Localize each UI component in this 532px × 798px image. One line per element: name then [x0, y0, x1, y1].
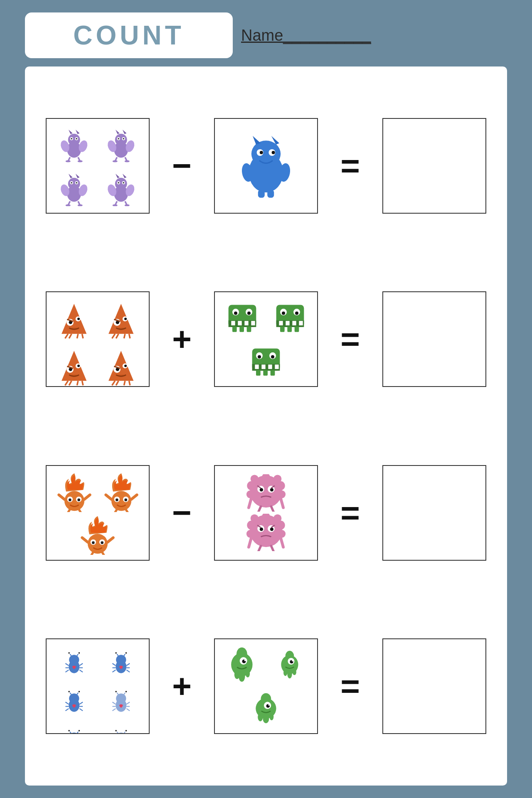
monster-cell — [98, 211, 145, 214]
equation-row-1: − — [46, 118, 486, 214]
svg-rect-174 — [271, 370, 275, 376]
svg-line-122 — [65, 381, 68, 385]
svg-line-216 — [249, 498, 251, 508]
svg-rect-173 — [263, 370, 268, 376]
svg-line-125 — [82, 381, 83, 385]
svg-point-333 — [293, 669, 296, 675]
left-box-3 — [46, 465, 150, 561]
answer-box-2[interactable] — [382, 291, 486, 387]
svg-point-40 — [66, 204, 71, 206]
svg-line-113 — [116, 334, 118, 338]
svg-point-49 — [123, 182, 125, 184]
svg-point-329 — [244, 660, 246, 661]
svg-rect-146 — [232, 327, 237, 332]
svg-line-274 — [65, 702, 69, 704]
svg-point-196 — [92, 542, 95, 544]
svg-point-47 — [118, 182, 120, 184]
svg-point-270 — [68, 691, 69, 692]
monster-cell — [51, 721, 98, 734]
svg-point-29 — [68, 177, 80, 190]
svg-marker-9 — [76, 130, 80, 134]
svg-point-1 — [68, 134, 80, 146]
svg-point-184 — [111, 491, 131, 511]
svg-line-191 — [113, 510, 117, 512]
svg-rect-153 — [292, 321, 296, 325]
svg-line-234 — [249, 537, 251, 547]
answer-box-4[interactable] — [382, 638, 486, 734]
svg-point-55 — [125, 204, 130, 206]
svg-point-207 — [251, 475, 259, 483]
monster-cell — [98, 167, 145, 210]
svg-line-105 — [82, 334, 83, 338]
monster-cell — [98, 123, 145, 167]
svg-point-54 — [113, 204, 118, 206]
svg-rect-159 — [280, 327, 285, 332]
svg-line-219 — [271, 507, 273, 512]
svg-line-112 — [112, 334, 115, 338]
svg-rect-148 — [246, 327, 251, 332]
svg-line-262 — [112, 670, 116, 672]
svg-point-230 — [260, 527, 263, 531]
monster-cell — [51, 296, 98, 343]
right-box-3 — [214, 465, 318, 561]
svg-point-110 — [124, 318, 127, 320]
svg-point-212 — [260, 488, 263, 491]
svg-point-208 — [273, 475, 281, 483]
svg-line-183 — [79, 510, 82, 512]
svg-line-181 — [84, 495, 90, 500]
svg-marker-23 — [123, 130, 127, 134]
svg-point-339 — [258, 713, 263, 721]
svg-line-135 — [129, 381, 130, 385]
svg-line-237 — [271, 546, 273, 551]
svg-marker-8 — [69, 130, 73, 134]
left-box-1 — [46, 118, 150, 214]
svg-marker-22 — [116, 130, 120, 134]
svg-point-43 — [115, 177, 127, 190]
monster-cell — [51, 167, 98, 210]
svg-line-114 — [124, 334, 125, 338]
svg-rect-166 — [268, 365, 272, 369]
svg-rect-139 — [238, 321, 241, 325]
svg-point-100 — [77, 318, 80, 320]
svg-point-332 — [287, 670, 292, 678]
svg-point-345 — [268, 704, 270, 706]
svg-line-115 — [129, 334, 130, 338]
svg-point-253 — [116, 655, 126, 665]
svg-point-19 — [118, 138, 120, 140]
svg-point-340 — [263, 714, 269, 723]
monster-cell — [98, 296, 145, 343]
svg-line-201 — [102, 552, 106, 555]
svg-line-217 — [281, 498, 283, 508]
svg-point-284 — [115, 691, 116, 692]
svg-rect-147 — [239, 327, 244, 332]
svg-point-145 — [247, 312, 251, 315]
svg-point-21 — [123, 138, 125, 140]
svg-rect-165 — [261, 365, 265, 369]
svg-line-190 — [131, 495, 137, 500]
svg-point-90 — [260, 151, 263, 154]
svg-point-144 — [234, 312, 237, 315]
svg-rect-167 — [275, 365, 278, 369]
operator-4: + — [165, 667, 199, 705]
svg-point-13 — [78, 160, 83, 163]
svg-line-192 — [126, 510, 129, 512]
svg-line-291 — [126, 702, 130, 704]
svg-line-279 — [79, 709, 83, 711]
svg-rect-152 — [286, 321, 289, 325]
right-box-1 — [214, 118, 318, 214]
svg-line-189 — [106, 495, 111, 500]
svg-marker-36 — [69, 174, 73, 178]
svg-line-260 — [112, 663, 116, 665]
svg-point-341 — [269, 713, 273, 720]
answer-box-1[interactable] — [382, 118, 486, 214]
monster-cell — [51, 123, 98, 167]
svg-rect-95 — [267, 190, 274, 197]
svg-point-41 — [78, 204, 83, 206]
svg-line-104 — [77, 334, 78, 338]
right-box-4 — [214, 638, 318, 734]
svg-point-193 — [88, 534, 108, 554]
page-wrapper: COUNT Name__________ — [0, 0, 532, 798]
answer-box-3[interactable] — [382, 465, 486, 561]
equation-row-3: − — [46, 465, 486, 561]
equals-3: = — [334, 494, 367, 532]
